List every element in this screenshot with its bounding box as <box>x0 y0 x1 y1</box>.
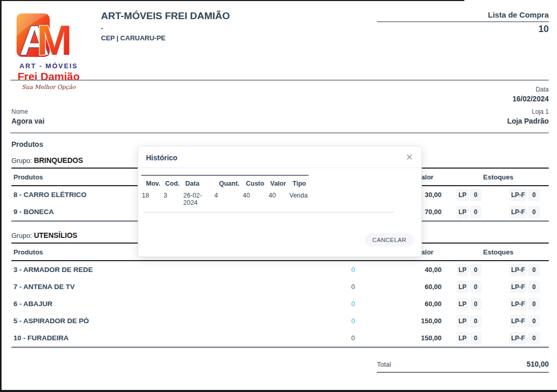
lpf-chip-label: LP-F <box>509 298 526 310</box>
lp-chip-label: LP <box>457 315 468 327</box>
divider-header <box>10 80 549 81</box>
lp-chip-value: 0 <box>470 281 482 293</box>
product-qty-link[interactable]: 0 <box>341 266 365 274</box>
total-row: Total 510,00 <box>377 360 549 373</box>
divider-meta <box>10 132 549 133</box>
lp-chip-label: LP <box>457 281 468 293</box>
nome-value: Agora vai <box>11 117 45 125</box>
lp-chip-label: LP <box>457 206 468 218</box>
company-address-line: - <box>101 25 230 32</box>
product-stocks: LP 0 LP-F 0 <box>457 189 540 201</box>
product-qty-link[interactable]: 0 <box>341 334 365 342</box>
lpf-chip-label: LP-F <box>509 206 526 218</box>
lpf-chip-label: LP-F <box>509 332 526 344</box>
loja-value: Loja Padrão <box>507 117 549 125</box>
modal-header: Histórico ✕ <box>138 146 421 168</box>
product-name: 5 - ASPIRADOR DE PÓ <box>11 317 341 325</box>
window-frame-left <box>0 0 2 392</box>
nome-label: Nome <box>11 108 45 115</box>
company-block: ART-MÓVEIS FREI DAMIÃO - CEP | CARUARU-P… <box>101 10 230 42</box>
lpf-chip-value: 0 <box>528 189 540 201</box>
group-table: Produtos Valor Estoques 3 - ARMADOR DE R… <box>11 243 549 348</box>
close-icon[interactable]: ✕ <box>406 153 413 162</box>
product-valor: 40,00 <box>409 266 442 274</box>
lpf-chip-value: 0 <box>528 298 540 310</box>
modal-cell-mov: 18 <box>142 192 164 206</box>
lp-chip-value: 0 <box>470 332 482 344</box>
modal-col-valor: Valor <box>270 180 292 187</box>
data-label: Data <box>512 86 549 93</box>
modal-cell-tipo: Venda <box>289 192 307 206</box>
product-name: 7 - ANTENA DE TV <box>11 283 341 291</box>
total-value: 510,00 <box>526 360 549 368</box>
product-qty-link[interactable]: 0 <box>341 317 365 325</box>
window-frame-bottom <box>0 390 557 392</box>
lpf-chip-value: 0 <box>528 281 540 293</box>
modal-cell-quant: 4 <box>214 192 243 206</box>
modal-table-row: 18 3 26-02-2024 4 40 40 Venda <box>138 192 421 206</box>
lpf-chip-label: LP-F <box>509 281 526 293</box>
lpf-chip-value: 0 <box>528 264 540 276</box>
product-stocks: LP 0 LP-F 0 <box>457 206 540 218</box>
group-name: BRINQUEDOS <box>34 156 83 164</box>
column-header-estoques: Estoques <box>457 248 540 256</box>
historico-modal: Histórico ✕ Mov. Cod. Data Quant. Custo … <box>138 146 422 257</box>
modal-col-cod: Cod. <box>165 180 185 187</box>
product-name: 6 - ABAJUR <box>11 300 341 308</box>
modal-cell-data: 26-02-2024 <box>183 192 214 206</box>
product-qty-link[interactable]: 0 <box>341 300 365 308</box>
lpf-chip-value: 0 <box>528 315 540 327</box>
lp-chip-value: 0 <box>470 206 482 218</box>
logo-text-frei-damiao: Frei Damião <box>14 70 83 83</box>
product-valor: 150,00 <box>409 334 442 342</box>
modal-table-bottom-border <box>144 212 394 213</box>
total-label: Total <box>377 360 391 368</box>
document-underline <box>377 21 549 22</box>
loja-label: Loja 1 <box>507 108 549 115</box>
product-valor: 60,00 <box>409 283 442 291</box>
modal-cell-cod: 3 <box>164 192 183 206</box>
group-name: UTENSÍLIOS <box>34 231 77 239</box>
data-field: Data 16/02/2024 <box>512 86 549 103</box>
product-stocks: LP 0 LP-F 0 <box>457 298 540 310</box>
group-label-prefix: Grupo: <box>11 232 32 239</box>
modal-table-header-row: Mov. Cod. Data Quant. Custo Valor Tipo <box>138 180 421 187</box>
lpf-chip-label: LP-F <box>509 264 526 276</box>
lp-chip-label: LP <box>457 189 468 201</box>
modal-col-quant: Quant. <box>219 180 246 187</box>
modal-col-data: Data <box>185 180 219 187</box>
logo-tagline: Sua Melhor Opção <box>14 84 83 91</box>
document-info: Lista de Compra 10 <box>377 10 549 35</box>
product-name: 3 - ARMADOR DE REDE <box>11 266 341 274</box>
company-logo: A M ART - MÓVEIS Frei Damião Sua Melhor … <box>14 11 83 91</box>
modal-col-mov: Mov. <box>146 180 165 187</box>
lp-chip-label: LP <box>457 264 468 276</box>
lp-chip-label: LP <box>457 298 468 310</box>
product-stocks: LP 0 LP-F 0 <box>457 332 540 344</box>
product-name: 10 - FURADEIRA <box>11 334 341 342</box>
product-qty-link[interactable]: 0 <box>341 283 365 291</box>
lpf-chip-value: 0 <box>528 332 540 344</box>
company-cep-line: CEP | CARUARU-PE <box>101 34 230 42</box>
lp-chip-label: LP <box>457 332 468 344</box>
lpf-chip-value: 0 <box>528 206 540 218</box>
product-row: 10 - FURADEIRA 0 150,00 LP 0 LP-F 0 <box>11 329 549 346</box>
product-valor: 60,00 <box>409 300 442 308</box>
nome-field: Nome Agora vai <box>11 108 45 125</box>
lpf-chip-label: LP-F <box>509 315 526 327</box>
svg-text:M: M <box>37 17 72 59</box>
product-stocks: LP 0 LP-F 0 <box>457 264 540 276</box>
lp-chip-value: 0 <box>470 189 482 201</box>
lista-de-compra-page: A M ART - MÓVEIS Frei Damião Sua Melhor … <box>0 0 557 392</box>
modal-col-custo: Custo <box>246 180 270 187</box>
modal-col-tipo: Tipo <box>292 180 306 187</box>
products-section-heading: Produtos <box>11 140 43 148</box>
product-row: 7 - ANTENA DE TV 0 60,00 LP 0 LP-F 0 <box>11 278 549 295</box>
modal-cell-valor: 40 <box>269 192 289 206</box>
product-valor: 150,00 <box>409 317 442 325</box>
cancel-button[interactable]: CANCELAR <box>365 233 414 247</box>
company-name: ART-MÓVEIS FREI DAMIÃO <box>101 10 230 22</box>
window-frame-top <box>0 0 464 1</box>
data-value: 16/02/2024 <box>512 95 549 103</box>
document-number: 10 <box>377 24 549 35</box>
